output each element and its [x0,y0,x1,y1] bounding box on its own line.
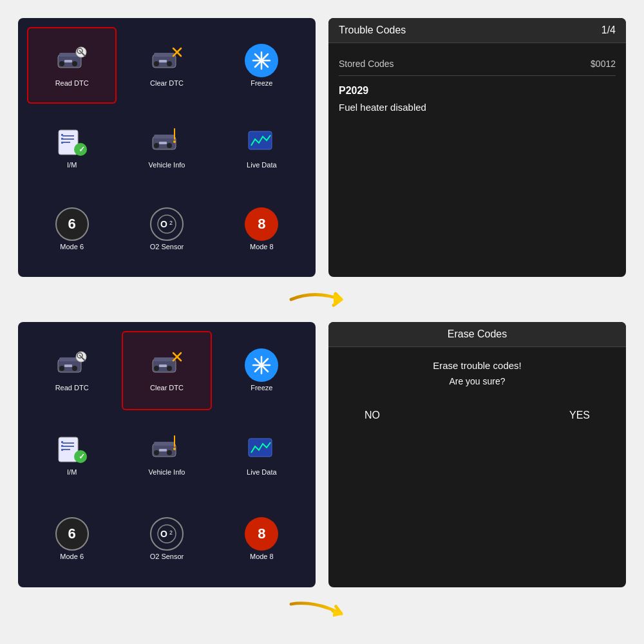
svg-rect-55 [159,365,167,367]
mode6-label-top: Mode 6 [60,243,84,251]
stored-codes-row: Stored Codes $0012 [339,52,616,76]
menu-item-read-dtc-top[interactable]: Read DTC [27,27,117,104]
read-dtc-icon-top [54,44,90,77]
svg-rect-34 [159,142,167,144]
svg-point-33 [167,143,172,148]
vehicle-info-icon-top [149,126,185,158]
top-menu-panel: Read DTC Clear DTC [18,18,316,277]
svg-point-62 [260,363,263,367]
trouble-codes-body: Stored Codes $0012 P2029 Fuel heater dis… [328,43,626,122]
fault-code: P2029 [339,85,616,97]
menu-item-freeze-bottom[interactable]: Freeze [217,331,307,410]
erase-codes-header: Erase Codes [328,322,626,347]
svg-text:✓: ✓ [79,452,85,461]
mode8-label-top: Mode 8 [250,243,274,251]
trouble-codes-title: Trouble Codes [339,24,406,36]
erase-codes-title: Erase Codes [448,328,507,339]
svg-rect-25 [61,134,63,136]
svg-rect-13 [159,60,167,62]
mode6-icon-top: 6 [54,208,90,240]
svg-point-11 [154,61,159,66]
im-label-bottom: I/M [67,468,77,476]
read-dtc-label-bottom: Read DTC [55,384,89,392]
mode6-icon-bottom: 6 [54,518,90,550]
menu-item-mode6-bottom[interactable]: 6 Mode 6 [27,499,117,578]
svg-rect-10 [154,53,175,57]
menu-item-vehicle-info-bottom[interactable]: Vehicle Info [122,415,211,495]
menu-item-live-data-bottom[interactable]: Live Data [217,415,307,495]
svg-point-44 [59,366,64,371]
erase-yes-button[interactable]: YES [556,406,603,425]
menu-item-mode8-bottom[interactable]: 8 Mode 8 [217,499,307,578]
read-dtc-icon-bottom [54,349,90,381]
o2-sensor-label-bottom: O2 Sensor [150,553,184,560]
svg-text:2: 2 [169,220,173,226]
live-data-label-top: Live Data [247,161,276,169]
menu-item-im-bottom[interactable]: ✓ I/M [27,415,117,495]
menu-item-read-dtc-bottom[interactable]: Read DTC [27,331,117,410]
svg-point-3 [72,61,77,66]
bottom-menu-panel: Read DTC Clear DTC [18,322,316,587]
menu-item-clear-dtc-bottom[interactable]: Clear DTC [122,331,211,410]
svg-rect-27 [61,142,63,144]
erase-no-button[interactable]: NO [352,406,393,425]
vehicle-info-icon-bottom [149,433,185,466]
vehicle-info-label-bottom: Vehicle Info [149,468,185,476]
menu-item-o2-sensor-top[interactable]: O 2 O2 Sensor [122,191,211,268]
mode6-label-bottom: Mode 6 [60,553,84,560]
stored-codes-label: Stored Codes [339,59,394,69]
menu-item-vehicle-info-top[interactable]: Vehicle Info [122,109,211,185]
mode8-label-bottom: Mode 8 [250,553,274,560]
svg-rect-67 [61,441,63,443]
top-right-section: Trouble Codes 1/4 Stored Codes $0012 P20… [322,12,632,277]
svg-rect-52 [154,357,175,361]
svg-point-74 [154,450,159,455]
o2-sensor-icon-bottom: O 2 [149,518,185,550]
erase-message-line2: Are you sure? [339,376,616,386]
clear-dtc-icon-bottom [149,349,185,381]
freeze-icon-top [243,44,279,77]
im-icon-top: ✓ [54,126,90,158]
menu-item-live-data-top[interactable]: Live Data [217,109,307,185]
svg-point-36 [173,140,176,143]
o2-sensor-icon-top: O 2 [149,208,185,240]
svg-point-75 [167,450,172,455]
mode8-icon-top: 8 [243,208,279,240]
menu-item-o2-sensor-bottom[interactable]: O 2 O2 Sensor [122,499,211,578]
menu-item-mode8-top[interactable]: 8 Mode 8 [217,191,307,268]
svg-point-78 [173,448,176,450]
svg-rect-4 [64,60,72,62]
svg-text:O: O [160,219,167,229]
menu-item-clear-dtc-top[interactable]: Clear DTC [122,27,211,104]
clear-dtc-label-bottom: Clear DTC [150,384,184,392]
clear-dtc-icon-top [149,44,185,77]
o2-sensor-label-top: O2 Sensor [150,243,184,251]
live-data-label-bottom: Live Data [247,468,276,476]
svg-rect-69 [61,449,63,451]
svg-point-2 [59,61,64,66]
live-data-icon-top [243,126,279,158]
live-data-icon-bottom [243,433,279,466]
svg-rect-31 [154,135,175,138]
freeze-label-top: Freeze [251,79,272,87]
bottom-right-section: Erase Codes Erase trouble codes! Are you… [322,322,632,587]
im-icon-bottom: ✓ [54,433,90,466]
trouble-codes-header: Trouble Codes 1/4 [328,18,626,43]
svg-text:✓: ✓ [79,145,85,154]
svg-rect-68 [61,445,63,447]
erase-codes-panel: Erase Codes Erase trouble codes! Are you… [328,322,626,587]
menu-item-mode6-top[interactable]: 6 Mode 6 [27,191,117,268]
menu-item-im-top[interactable]: ✓ I/M [27,109,117,185]
svg-point-20 [260,59,263,62]
arrow-bottom [12,587,632,632]
svg-point-53 [154,366,159,371]
erase-codes-body: Erase trouble codes! Are you sure? NO YE… [328,347,626,438]
vehicle-info-label-top: Vehicle Info [149,161,185,169]
arrow-top [12,277,632,322]
svg-point-12 [167,61,172,66]
svg-rect-46 [64,365,72,367]
read-dtc-label-top: Read DTC [55,79,89,87]
im-label-top: I/M [67,161,77,169]
menu-item-freeze-top[interactable]: Freeze [217,27,307,104]
erase-buttons-row: NO YES [339,406,616,425]
